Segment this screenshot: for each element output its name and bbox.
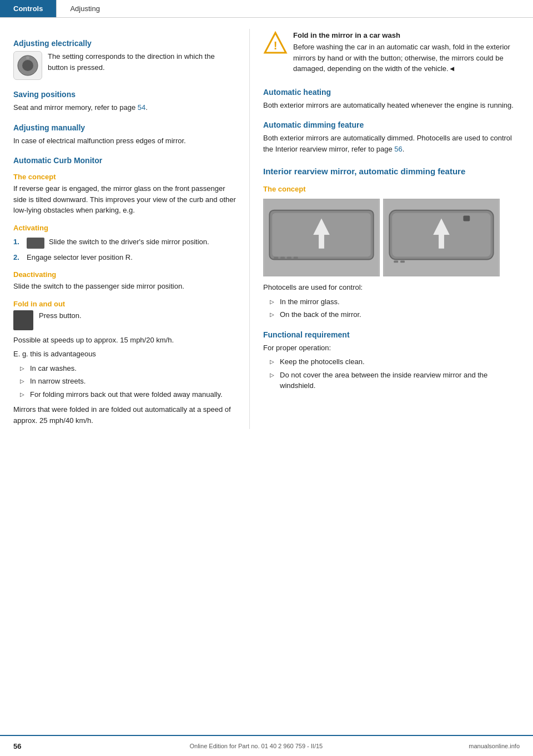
main-content: Adjusting electrically The setting corre… — [0, 18, 533, 451]
fold-bullet-2: In narrow streets. — [13, 376, 236, 387]
warning-icon: ! — [263, 31, 288, 56]
page-number: 56 — [13, 742, 21, 750]
auto-dimming-text: Both exterior mirrors are automatically … — [263, 134, 512, 153]
svg-rect-17 — [463, 216, 470, 221]
activating-list: 1. Slide the switch to the driver's side… — [13, 236, 236, 263]
photocell-bullet-2: On the back of the mirror. — [263, 309, 520, 320]
carwash-warning-body: Before washing the car in an automatic c… — [293, 42, 520, 74]
auto-dimming-after: . — [403, 145, 405, 153]
functional-bullet-2: Do not cover the area between the inside… — [263, 370, 520, 391]
right-column: ! Fold in the mirror in a car wash Befor… — [250, 29, 533, 429]
activating-step2: 2. Engage selector lever position R. — [13, 252, 236, 263]
photocells-intro: Photocells are used for control: — [263, 282, 520, 293]
svg-rect-9 — [274, 257, 278, 259]
mirror-image-left — [263, 199, 380, 276]
adjusting-electrically-title: Adjusting electrically — [13, 39, 236, 48]
saving-positions-text: Seat and mirror memory, refer to page — [13, 103, 138, 112]
svg-point-2 — [26, 56, 29, 59]
activating-step1: 1. Slide the switch to the driver's side… — [13, 236, 236, 249]
mirror-images-container — [263, 199, 520, 276]
adjusting-manually-body: In case of electrical malfunction press … — [13, 135, 236, 147]
carwash-warning-text: Fold in the mirror in a car wash Before … — [293, 31, 520, 78]
step1-num: 1. — [13, 236, 22, 249]
adjusting-manually-title: Adjusting manually — [13, 123, 236, 132]
auto-heating-body: Both exterior mirrors are automatically … — [263, 100, 520, 111]
carwash-warning-title: Fold in the mirror in a car wash — [293, 31, 520, 39]
functional-req-intro: For proper operation: — [263, 342, 520, 354]
fold-advantageous-body: E. g. this is advantageous — [13, 349, 236, 360]
page-header: Controls Adjusting — [0, 0, 533, 18]
svg-rect-19 — [400, 260, 405, 263]
step2-text: Engage selector lever position R. — [27, 252, 133, 263]
activating-subtitle: Activating — [13, 224, 236, 232]
interior-rearview-title: Interior rearview mirror, automatic dimm… — [263, 165, 520, 177]
photocell-bullet-1: In the mirror glass. — [263, 296, 520, 308]
page-footer: 56 Online Edition for Part no. 01 40 2 9… — [0, 735, 533, 756]
fold-speed-body: Possible at speeds up to approx. 15 mph/… — [13, 335, 236, 346]
fold-subtitle: Fold in and out — [13, 300, 236, 308]
fold-auto-body: Mirrors that were folded in are folded o… — [13, 404, 236, 426]
fold-bullet-3: For folding mirrors back out that were f… — [13, 389, 236, 400]
fold-bullet-1: In car washes. — [13, 363, 236, 374]
tab-controls[interactable]: Controls — [0, 0, 56, 17]
auto-dimming-link[interactable]: 56 — [394, 145, 402, 153]
mirror-image-right — [383, 199, 500, 276]
deactivating-subtitle: Deactivating — [13, 270, 236, 279]
step2-num: 2. — [13, 252, 22, 263]
saving-positions-link[interactable]: 54 — [138, 103, 145, 112]
concept-body-left: If reverse gear is engaged, the mirror g… — [13, 183, 236, 216]
saving-positions-body: Seat and mirror memory, refer to page 54… — [13, 102, 236, 113]
functional-req-title: Functional requirement — [263, 330, 520, 339]
adjusting-tab-label: Adjusting — [70, 4, 99, 13]
tab-adjusting[interactable]: Adjusting — [56, 0, 113, 17]
auto-dimming-body: Both exterior mirrors are automatically … — [263, 133, 520, 154]
adjusting-electrically-body: The setting corresponds to the direction… — [48, 51, 236, 73]
carwash-warning: ! Fold in the mirror in a car wash Befor… — [263, 31, 520, 78]
fold-bullets: In car washes. In narrow streets. For fo… — [13, 363, 236, 400]
controls-tab-label: Controls — [13, 4, 43, 13]
svg-rect-11 — [287, 257, 291, 259]
footer-logo: manualsonline.info — [469, 743, 520, 749]
adjusting-electrically-row: The setting corresponds to the direction… — [13, 51, 236, 80]
fold-press-body: Press button. — [39, 310, 82, 321]
fold-button-icon — [13, 310, 33, 330]
functional-req-bullets: Keep the photocells clean. Do not cover … — [263, 356, 520, 391]
saving-positions-after: . — [145, 103, 148, 112]
svg-point-1 — [22, 60, 33, 71]
concept-subtitle-left: The concept — [13, 173, 236, 181]
step1-text: Slide the switch to the driver's side mi… — [49, 236, 209, 248]
automatic-curb-title: Automatic Curb Monitor — [13, 156, 236, 165]
functional-bullet-1: Keep the photocells clean. — [263, 356, 520, 367]
auto-dimming-title: Automatic dimming feature — [263, 120, 520, 129]
concept-subtitle-right: The concept — [263, 185, 520, 193]
mirror-left-svg — [264, 199, 379, 276]
auto-heating-title: Automatic heating — [263, 88, 520, 97]
svg-rect-12 — [294, 257, 298, 259]
mirror-dial-icon — [13, 51, 42, 80]
svg-rect-18 — [394, 260, 398, 263]
photocells-bullets: In the mirror glass. On the back of the … — [263, 296, 520, 320]
fold-button-row: Press button. — [13, 310, 236, 330]
svg-rect-10 — [280, 257, 285, 259]
dial-svg — [17, 54, 39, 77]
mirror-right-svg — [384, 199, 499, 276]
svg-text:!: ! — [274, 39, 278, 52]
deactivating-body: Slide the switch to the passenger side m… — [13, 281, 236, 292]
switch-icon — [27, 238, 44, 249]
saving-positions-title: Saving positions — [13, 90, 236, 99]
left-column: Adjusting electrically The setting corre… — [0, 29, 250, 429]
footer-center-text: Online Edition for Part no. 01 40 2 960 … — [43, 743, 469, 749]
